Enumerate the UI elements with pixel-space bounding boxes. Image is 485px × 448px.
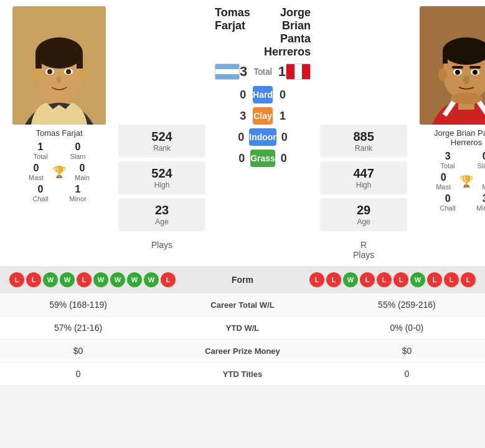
- right-stat-row-3: 0 Chall 3 Minor: [413, 193, 485, 212]
- badge-w: W: [343, 272, 358, 287]
- svg-rect-18: [443, 51, 448, 64]
- flag-argentina: [215, 64, 240, 80]
- svg-rect-5: [35, 53, 42, 69]
- badge-l: L: [9, 272, 24, 287]
- right-main-stat: 0 Main: [477, 172, 485, 191]
- surface-score-left-hard: 0: [238, 88, 248, 102]
- badge-l: L: [444, 272, 459, 287]
- badge-l: L: [26, 272, 41, 287]
- total-score-left: 3: [240, 64, 247, 80]
- surface-btn-hard[interactable]: Hard: [253, 86, 273, 103]
- badge-w: W: [410, 272, 425, 287]
- left-high-box: 524 High: [118, 161, 205, 194]
- left-chall-stat: 0 Chall: [28, 184, 53, 203]
- surface-row-indoor: 0Indoor0: [238, 128, 288, 146]
- left-middle-stats: 524 Rank 524 High 23 Age Plays: [112, 6, 212, 250]
- stats-right-value: 0% (0-0): [341, 323, 473, 333]
- right-rank-box: 885 Rank: [320, 125, 407, 158]
- svg-point-25: [473, 70, 478, 75]
- stats-center-label: Career Total W/L: [144, 300, 341, 310]
- surface-score-left-grass: 0: [238, 152, 245, 165]
- form-label: Form: [232, 275, 253, 285]
- left-mast-stat: 0 Mast: [24, 163, 49, 181]
- surface-row-grass: 0Grass0: [238, 150, 288, 167]
- trophy-icon-right: 🏆: [459, 174, 473, 188]
- right-middle-stats: 885 Rank 447 High 29 Age R Plays: [314, 6, 413, 260]
- trophy-icon-left: 🏆: [52, 165, 66, 179]
- badge-l: L: [326, 272, 341, 287]
- badge-l: L: [427, 272, 442, 287]
- main-container: Tomas Farjat 1 Total 0 Slam 0 Mast: [0, 0, 485, 386]
- stats-row: 57% (21-16)YTD W/L0% (0-0): [0, 317, 485, 340]
- svg-point-13: [78, 69, 87, 81]
- left-form-badges: LLWWLWWWWL: [9, 272, 176, 287]
- stats-right-value: $0: [341, 346, 473, 356]
- svg-point-10: [66, 69, 71, 74]
- badge-l: L: [77, 272, 92, 287]
- badge-l: L: [161, 272, 176, 287]
- center-section: Tomas Farjat Jorge Brian Panta Herreros …: [212, 6, 314, 171]
- left-trophy-row: 0 Mast 🏆 0 Main: [24, 163, 95, 181]
- badge-l: L: [461, 272, 476, 287]
- badge-w: W: [60, 272, 75, 287]
- stats-left-value: $0: [12, 346, 144, 356]
- players-section: Tomas Farjat 1 Total 0 Slam 0 Mast: [0, 0, 485, 266]
- surface-btn-grass[interactable]: Grass: [250, 150, 275, 167]
- svg-point-27: [438, 69, 447, 81]
- left-stat-row-3: 0 Chall 1 Minor: [6, 184, 112, 203]
- player-right-photo: [420, 6, 485, 125]
- badge-w: W: [144, 272, 159, 287]
- player-left-photo: [12, 6, 106, 125]
- right-chall-stat: 0 Chall: [435, 193, 460, 212]
- badge-w: W: [93, 272, 108, 287]
- badge-l: L: [377, 272, 392, 287]
- stats-row: $0Career Prize Money$0: [0, 340, 485, 363]
- surface-btn-clay[interactable]: Clay: [253, 107, 273, 125]
- surface-btn-indoor[interactable]: Indoor: [249, 128, 276, 146]
- right-age-box: 29 Age: [320, 198, 407, 231]
- player-left-name: Tomas Farjat: [35, 128, 82, 138]
- player-left-name-center: Tomas Farjat: [215, 6, 259, 59]
- surface-row-hard: 0Hard0: [238, 86, 288, 103]
- badge-w: W: [43, 272, 58, 287]
- svg-rect-20: [452, 66, 463, 69]
- stats-right-value: 55% (259-216): [341, 300, 473, 310]
- badge-w: W: [127, 272, 142, 287]
- player-right-stats: 3 Total 0 Slam 0 Mast 🏆 0: [413, 151, 485, 212]
- surface-score-right-clay: 1: [278, 110, 288, 123]
- svg-point-4: [35, 37, 83, 69]
- svg-point-26: [463, 75, 469, 84]
- total-score-right: 1: [278, 64, 286, 80]
- stats-center-label: YTD Titles: [144, 369, 341, 379]
- svg-rect-21: [469, 66, 481, 69]
- left-minor-stat: 1 Minor: [65, 184, 90, 203]
- svg-point-12: [31, 69, 40, 81]
- stats-row: 59% (168-119)Career Total W/L55% (259-21…: [0, 293, 485, 317]
- right-stat-row-1: 3 Total 0 Slam: [413, 151, 485, 169]
- left-slam-stat: 0 Slam: [65, 141, 90, 160]
- stats-row: 0YTD Titles0: [0, 363, 485, 386]
- right-minor-stat: 3 Minor: [473, 193, 485, 212]
- surface-score-left-clay: 3: [238, 110, 248, 123]
- right-form-badges: LLWLLLWLLL: [309, 272, 476, 287]
- svg-point-9: [47, 69, 52, 74]
- player-right: Jorge Brian PantaHerreros 3 Total 0 Slam…: [413, 6, 485, 212]
- stats-center-label: YTD W/L: [144, 323, 341, 333]
- right-slam-stat: 0 Slam: [473, 151, 485, 169]
- stats-left-value: 57% (21-16): [12, 323, 144, 333]
- flag-peru: [286, 64, 311, 80]
- badge-w: W: [110, 272, 125, 287]
- player-left-stats: 1 Total 0 Slam 0 Mast 🏆 0: [6, 141, 112, 203]
- surface-rows: 0Hard03Clay10Indoor00Grass0: [238, 86, 288, 171]
- surface-row-clay: 3Clay1: [238, 107, 288, 125]
- left-main-stat: 0 Main: [70, 163, 95, 181]
- stats-left-value: 0: [12, 369, 144, 379]
- total-label: Total: [253, 67, 272, 77]
- left-rank-box: 524 Rank: [118, 125, 205, 158]
- svg-point-29: [451, 92, 482, 105]
- form-section: LLWWLWWWWL Form LLWLLLWLLL: [0, 266, 485, 293]
- left-total-stat: 1 Total: [28, 141, 53, 160]
- surface-score-right-grass: 0: [280, 152, 288, 165]
- right-high-box: 447 High: [320, 161, 407, 194]
- stats-left-value: 59% (168-119): [12, 300, 144, 310]
